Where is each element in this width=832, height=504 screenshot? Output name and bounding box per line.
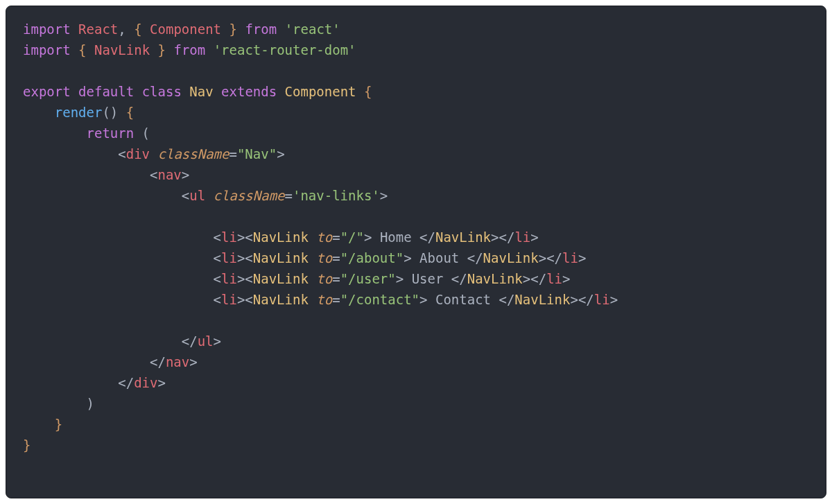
kw-from: from [173,42,205,58]
tag-li: li [221,292,237,307]
tag-navlink: NavLink [253,292,309,307]
attr-to: to [316,250,332,266]
angle: > [277,146,284,162]
code-editor-block: import React, { Component } from 'react'… [6,6,826,498]
angle: > [380,188,388,203]
angle: > [214,333,221,349]
tag-li-close: li [546,271,562,286]
kw-from: from [245,21,277,37]
angle: > [158,375,166,390]
navlink-text: Home [372,229,419,245]
tag-nav: nav [157,167,181,182]
attr-classname: className [214,188,285,203]
kw-import: import [23,42,71,58]
angle: > [189,354,197,370]
angle: </ [182,333,198,349]
str-module: 'react-router-dom' [214,42,356,58]
angle: </ [150,354,166,370]
eq: = [229,146,236,162]
brace: } [55,417,62,432]
tag-navlink-close: NavLink [483,250,539,266]
str-to: "/contact" [340,292,419,307]
kw-import: import [23,21,71,37]
attr-to: to [316,292,332,307]
tag-li-close: li [514,229,530,245]
tag-li-close: li [594,292,610,307]
brace: } [23,437,31,453]
tag-div: div [126,146,150,162]
method-render: render [55,105,103,120]
str-to: "/" [340,229,364,245]
tag-nav-close: nav [166,354,189,370]
tag-div-close: div [134,375,157,390]
brace: { [364,84,372,99]
tag-navlink-close: NavLink [435,229,491,245]
tag-navlink: NavLink [253,271,309,286]
kw-extends: extends [221,84,277,99]
eq: = [285,188,293,203]
str-navlinks: 'nav-links' [293,188,380,203]
code-content: import React, { Component } from 'react'… [23,19,809,455]
tag-navlink-close: NavLink [514,292,570,307]
tag-navlink-close: NavLink [467,271,523,286]
kw-return: return [87,125,135,141]
tag-li-close: li [562,250,578,266]
brace: { [126,105,134,120]
kw-default: default [78,84,134,99]
ident-component: Component [150,21,221,37]
str-to: "/about" [340,250,404,266]
brace: { [78,42,86,58]
tag-ul: ul [189,188,205,203]
navlink-text: User [404,271,451,286]
str-to: "/user" [340,271,396,286]
brace: } [158,42,166,58]
tag-li: li [221,250,237,266]
ident-navlink: NavLink [94,42,150,58]
tag-navlink: NavLink [253,229,309,245]
ident-react: React [78,21,118,37]
tag-navlink: NavLink [253,250,309,266]
kw-class: class [142,84,182,99]
attr-classname: className [158,146,229,162]
comma: , [118,21,125,37]
tag-li: li [221,271,237,286]
class-nav: Nav [189,84,213,99]
navlink-text: Contact [428,292,499,307]
brace: { [134,21,141,37]
angle: < [118,146,125,162]
kw-export: export [23,84,71,99]
str-module: 'react' [285,21,340,37]
tag-ul-close: ul [198,333,214,349]
angle: > [182,167,189,182]
attr-to: to [316,229,332,245]
brace: } [229,21,237,37]
parens: () [102,105,118,120]
paren: ) [87,396,94,411]
angle: < [150,167,157,182]
class-component: Component [285,84,356,99]
str-nav: "Nav" [237,146,277,162]
navlink-text: About [412,250,467,266]
angle: < [182,188,189,203]
paren: ( [142,125,150,141]
attr-to: to [316,271,332,286]
angle: </ [118,375,134,390]
tag-li: li [221,229,237,245]
